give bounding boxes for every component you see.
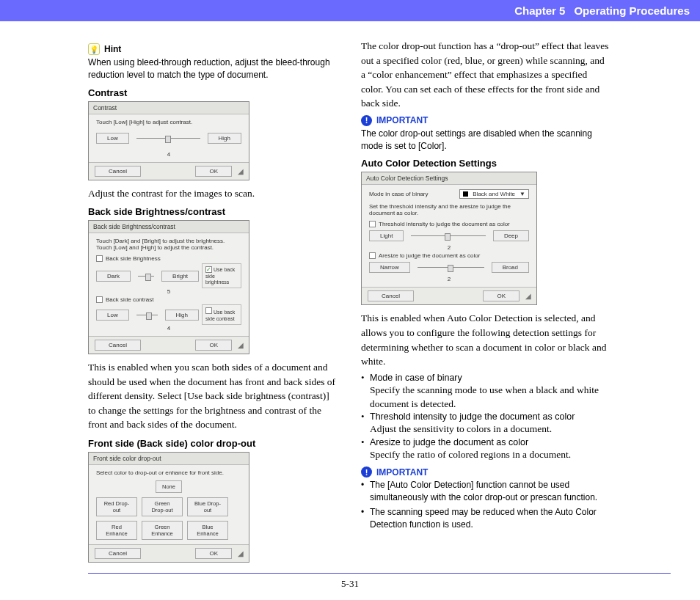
mode-label: Mode in case of binary	[369, 191, 429, 197]
cancel-button[interactable]: Cancel	[95, 340, 141, 351]
light-button[interactable]: Light	[369, 230, 404, 241]
dialog-title: Back side Brightness/contrast	[89, 221, 249, 233]
acd-bullets: •Mode in case of binarySpecify the scann…	[361, 372, 610, 463]
high-button[interactable]: High	[165, 310, 199, 321]
cancel-button[interactable]: Cancel	[368, 290, 414, 301]
red-enhance-button[interactable]: Red Enhance	[96, 521, 137, 540]
page-footer: 5-31	[0, 573, 700, 590]
backside-instr2: Touch [Low] and [High] to adjust the con…	[96, 244, 241, 251]
dialog-title: Auto Color Detection Settings	[362, 172, 536, 185]
resize-grip-icon: ◢	[238, 549, 243, 557]
dialog-title: Front side color drop-out	[89, 453, 249, 465]
cancel-button[interactable]: Cancel	[95, 548, 141, 559]
important-text: The color drop-out settings are disabled…	[361, 128, 610, 153]
backside-instr1: Touch [Dark] and [Bright] to adjust the …	[96, 238, 241, 244]
dark-button[interactable]: Dark	[96, 271, 131, 282]
bright-button[interactable]: Bright	[161, 271, 199, 282]
ok-button[interactable]: OK	[195, 340, 232, 351]
resize-grip-icon: ◢	[238, 341, 243, 349]
chapter-title: Operating Procedures	[574, 4, 690, 17]
red-dropout-button[interactable]: Red Drop-out	[96, 497, 137, 516]
dropout-dialog: Front side color drop-out Select color t…	[88, 452, 249, 563]
contrast-dialog: Contrast Touch [Low] [High] to adjust co…	[88, 101, 249, 180]
important-icon: !	[361, 467, 372, 478]
chevron-down-icon: ▼	[519, 191, 525, 197]
contrast-value: 4	[96, 151, 241, 158]
mode-value: Black and White	[473, 191, 515, 197]
resize-grip-icon: ◢	[525, 292, 531, 300]
contrast-heading: Contrast	[88, 87, 338, 98]
left-column: 💡 Hint When using bleed-through reductio…	[88, 39, 338, 568]
checkbox-icon	[369, 252, 376, 259]
contrast-slider: Low High	[96, 133, 241, 144]
bs-contrast-value: 4	[96, 325, 241, 332]
contrast-instruction: Touch [Low] [High] to adjust contrast.	[96, 119, 241, 125]
bullet-body: Specify the scanning mode to use when a …	[370, 384, 599, 409]
checkbox-icon	[96, 296, 103, 303]
narrow-button[interactable]: Narrow	[369, 262, 410, 273]
slider-track[interactable]	[136, 138, 200, 139]
slider-track[interactable]	[138, 276, 154, 277]
bullet-head: Mode in case of binary	[370, 373, 462, 383]
bw-icon	[463, 191, 468, 197]
ok-button[interactable]: OK	[195, 166, 232, 177]
acd-heading: Auto Color Detection Settings	[361, 158, 610, 169]
aresize-value: 2	[369, 276, 529, 282]
bullet-head: Aresize to judge the document as color	[370, 437, 528, 447]
acd-sub: Set the threshold intensity and the ares…	[369, 203, 529, 216]
important-icon: !	[361, 115, 372, 126]
bullet-head: Threshold intensity to judge the documen…	[370, 411, 575, 422]
ok-button[interactable]: OK	[195, 548, 232, 559]
important-callout: ! IMPORTANT	[361, 467, 610, 478]
resize-grip-icon: ◢	[238, 167, 243, 175]
use-contrast-checkbox[interactable]: Use back side contrast	[202, 304, 241, 325]
slider-track[interactable]	[411, 235, 486, 236]
important-bullets: •The [Auto Color Detection] function can…	[361, 479, 610, 530]
important-label: IMPORTANT	[376, 467, 428, 478]
dialog-title: Contrast	[89, 102, 249, 114]
aresize-label: Aresize to judge the document as color	[379, 252, 480, 259]
deep-button[interactable]: Deep	[493, 230, 529, 241]
hint-label: Hint	[104, 44, 121, 54]
right-column: The color drop-out function has a “drop-…	[361, 39, 610, 568]
blue-dropout-button[interactable]: Blue Drop-out	[187, 497, 228, 516]
bullet-body: Adjust the sensitivity to colors in a do…	[370, 423, 552, 434]
hint-text: When using bleed-through reduction, adju…	[88, 56, 338, 81]
mode-dropdown[interactable]: Black and White ▼	[459, 189, 529, 199]
slider-track[interactable]	[418, 267, 484, 268]
broad-button[interactable]: Broad	[492, 262, 529, 273]
checkbox-icon	[369, 221, 376, 227]
important-callout: ! IMPORTANT	[361, 115, 610, 126]
dropout-instruction: Select color to drop-out or enhance for …	[96, 469, 241, 476]
important-label: IMPORTANT	[376, 115, 428, 125]
chapter-label: Chapter 5	[514, 4, 565, 17]
low-button[interactable]: Low	[96, 310, 129, 321]
blue-enhance-button[interactable]: Blue Enhance	[187, 521, 228, 540]
hint-icon: 💡	[88, 43, 100, 55]
dropout-options: Red Drop-out Green Drop-out Blue Drop-ou…	[96, 497, 241, 540]
slider-track[interactable]	[136, 315, 158, 315]
high-button[interactable]: High	[208, 133, 241, 144]
low-button[interactable]: Low	[96, 133, 129, 144]
acd-dialog: Auto Color Detection Settings Mode in ca…	[361, 172, 537, 305]
backside-dialog: Back side Brightness/contrast Touch [Dar…	[88, 220, 249, 354]
bullet-body: Specify the ratio of colored regions in …	[370, 449, 571, 460]
page-number: 5-31	[341, 578, 359, 589]
cancel-button[interactable]: Cancel	[95, 166, 141, 177]
acd-caption: This is enabled when Auto Color Detectio…	[361, 311, 610, 368]
backside-heading: Back side Brightness/contrast	[88, 206, 338, 217]
none-button[interactable]: None	[156, 480, 182, 493]
ok-button[interactable]: OK	[483, 290, 519, 301]
checkbox-icon	[96, 255, 103, 262]
brightness-value: 5	[96, 288, 241, 295]
green-dropout-button[interactable]: Green Drop-out	[142, 497, 183, 516]
backside-caption: This is enabled when you scan both sides…	[88, 360, 338, 432]
threshold-value: 2	[369, 244, 529, 251]
use-brightness-checkbox[interactable]: ✓Use back side brightness	[202, 263, 241, 288]
dropout-intro: The color drop-out function has a “drop-…	[361, 39, 610, 111]
threshold-label: Threshold intensity to judge the documen…	[379, 221, 510, 227]
green-enhance-button[interactable]: Green Enhance	[142, 521, 183, 540]
imp-bullet: The [Auto Color Detection] function cann…	[370, 479, 610, 504]
imp-bullet: The scanning speed may be reduced when t…	[370, 506, 610, 531]
page-header: Chapter 5Operating Procedures	[0, 0, 700, 21]
